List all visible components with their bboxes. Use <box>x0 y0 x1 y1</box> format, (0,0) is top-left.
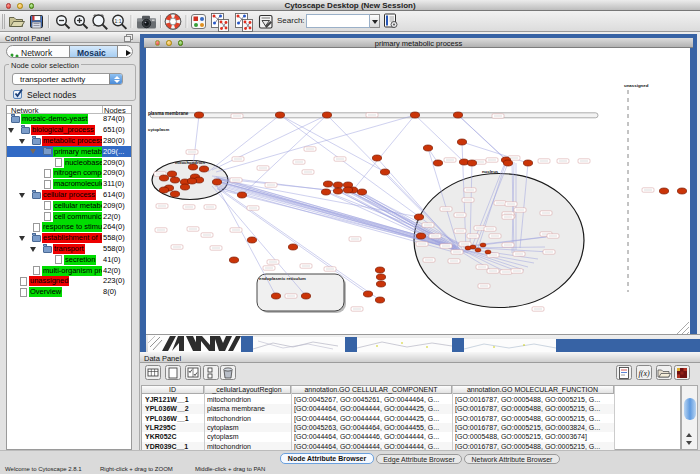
svg-text:f(x): f(x) <box>639 369 650 378</box>
svg-text:unassigned: unassigned <box>624 83 649 88</box>
svg-text:cytoplasm: cytoplasm <box>148 127 169 132</box>
svg-text:endoplasmic reticulum: endoplasmic reticulum <box>259 276 306 281</box>
svg-text:mitochondrion: mitochondrion <box>175 160 205 165</box>
svg-text:plasma membrane: plasma membrane <box>148 111 189 116</box>
svg-text:1:1: 1:1 <box>115 18 122 24</box>
svg-text:nucleus: nucleus <box>482 169 499 174</box>
